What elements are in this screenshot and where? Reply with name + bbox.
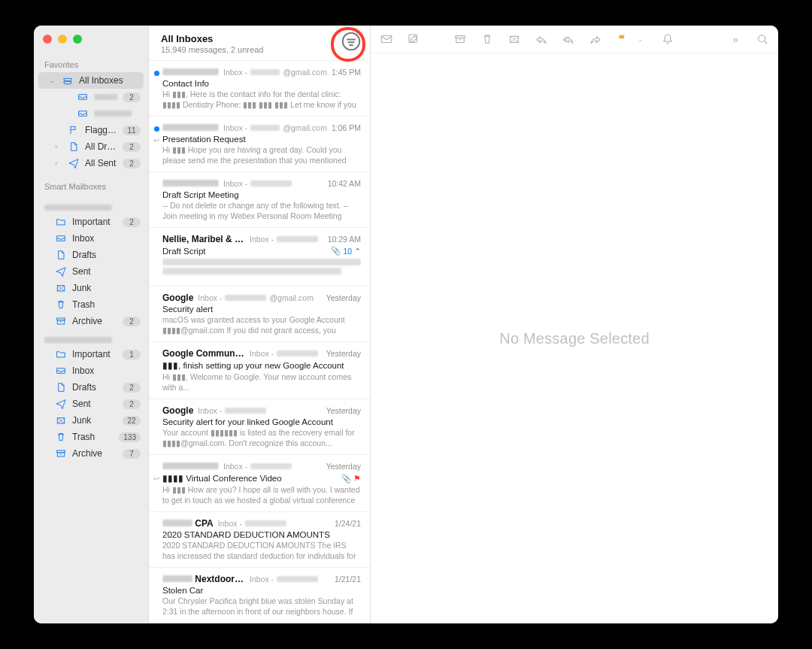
bell-icon [661, 32, 674, 46]
count-badge: 2 [123, 159, 141, 168]
sidebar-item-all-inboxes[interactable]: ⌄All Inboxes [38, 72, 144, 89]
message-mailbox: Inbox - [250, 349, 322, 358]
sidebar-item-label: Important [72, 217, 117, 227]
sidebar-item-acct-a-archive[interactable]: Archive2 [34, 313, 148, 329]
inbox-stack-icon [62, 74, 74, 86]
message-subject: Draft Script📎10 ⌃ [162, 246, 361, 256]
sidebar-item-acct-a-trash[interactable]: Trash [34, 296, 148, 313]
archive-button[interactable] [453, 32, 467, 46]
favorites-section: Favorites ⌄All Inboxes @g...2Flagged11›A… [34, 53, 148, 174]
svg-rect-2 [57, 320, 64, 324]
message-sender: CPA [162, 518, 214, 529]
sidebar-item-acct-b-trash[interactable]: Trash133 [34, 429, 148, 445]
message-sender [162, 67, 219, 77]
envelope-icon [380, 32, 393, 46]
chevron-down-icon: ⌄ [49, 77, 56, 84]
message-row[interactable]: CPAInbox - 1/24/212020 STANDARD DEDUCTIO… [149, 512, 370, 568]
message-preview: Your account ▮▮▮▮▮▮ is listed as the rec… [162, 427, 361, 448]
message-preview: -- Do not delete or change any of the fo… [162, 200, 361, 221]
sidebar-item-label: All Sent [85, 158, 117, 168]
reply-all-icon [562, 32, 575, 46]
account-header-acct-b[interactable] [34, 329, 148, 346]
sidebar-item-acct-b-junk[interactable]: Junk22 [34, 412, 148, 429]
sidebar-item-acct-a-inbox[interactable]: Inbox [34, 230, 148, 247]
sidebar-item-label: Archive [72, 448, 117, 459]
sidebar-item-acct2[interactable] [34, 105, 148, 122]
sidebar-item-acct-a-junk[interactable]: Junk [34, 280, 148, 296]
message-row[interactable]: Inbox - 10:42 AMDraft Script Meeting-- D… [149, 172, 370, 228]
sidebar-item-acct1[interactable]: @g...2 [34, 89, 148, 105]
message-row[interactable]: ↩Inbox - @gmail.com1:06 PMPresentation R… [149, 117, 370, 172]
folder-icon [55, 216, 67, 228]
count-badge: 2 [123, 383, 141, 393]
inbox-icon [77, 108, 89, 120]
archive-icon [55, 315, 67, 327]
junk-icon [508, 32, 521, 46]
message-preview [162, 256, 361, 280]
flag-menu-chevron[interactable]: ⌄ [634, 32, 647, 46]
message-mailbox: Inbox - @gmail.com [223, 68, 327, 77]
forward-icon [589, 32, 602, 46]
sidebar-item-all-drafts[interactable]: ›All Drafts2 [34, 138, 148, 155]
reply-all-button[interactable] [562, 32, 575, 46]
sidebar-item-acct-b-archive[interactable]: Archive7 [34, 445, 148, 462]
message-list[interactable]: Inbox - @gmail.com1:45 PMContact InfoHi … [149, 61, 370, 623]
account-header-acct-a[interactable] [34, 197, 148, 214]
message-preview: 2020 STANDARD DEDUCTION AMOUNTS The IRS … [162, 540, 361, 561]
zoom-window-button[interactable] [73, 35, 82, 44]
message-subject: Security alert [162, 305, 361, 314]
message-subject: 2020 STANDARD DEDUCTION AMOUNTS [162, 530, 361, 539]
inbox-icon [55, 365, 67, 377]
message-preview: macOS was granted access to your Google … [162, 314, 361, 335]
sidebar-item-label: Drafts [72, 382, 117, 393]
sidebar-item-acct-b-sent[interactable]: Sent2 [34, 396, 148, 412]
sidebar-item-label: Junk [72, 283, 141, 293]
message-subject: Contact Info [162, 79, 361, 88]
attachment-icon: 📎 [341, 474, 351, 484]
message-row[interactable]: Google Community TeamInbox - Yesterday▮▮… [149, 342, 370, 399]
reply-icon [535, 32, 548, 46]
sidebar-item-acct-b-inbox[interactable]: Inbox [34, 362, 148, 379]
sidebar-item-all-sent[interactable]: ›All Sent2 [34, 155, 148, 171]
count-badge: 2 [123, 399, 141, 409]
flag-icon [68, 124, 80, 136]
message-row[interactable]: ↩Inbox - Yesterday▮▮▮▮ Virtual Conferenc… [149, 455, 370, 512]
message-row[interactable]: GoogleInbox - YesterdaySecurity alert fo… [149, 399, 370, 455]
sidebar-item-acct-b-important[interactable]: Important1 [34, 346, 148, 362]
sidebar-item-acct-b-drafts[interactable]: Drafts2 [34, 379, 148, 396]
junk-button[interactable] [508, 32, 521, 46]
chevron-double-right-icon: » [732, 34, 738, 45]
mute-button[interactable] [661, 32, 674, 46]
sidebar-item-label: All Drafts [85, 141, 117, 152]
search-button[interactable] [756, 32, 769, 46]
message-row[interactable]: Inbox - @gmail.com1:45 PMContact InfoHi … [149, 61, 370, 117]
overflow-button[interactable]: » [729, 32, 742, 46]
flag-button[interactable] [616, 32, 629, 46]
message-preview: Hi ▮▮▮ Hope you are having a great day. … [162, 144, 361, 165]
svg-point-12 [759, 35, 765, 42]
message-subject: Stolen Car [162, 586, 361, 595]
svg-rect-10 [456, 38, 465, 43]
message-row[interactable]: GoogleInbox - @gmail.comYesterdaySecurit… [149, 287, 370, 342]
reply-button[interactable] [535, 32, 548, 46]
message-mailbox: Inbox - [223, 179, 323, 188]
svg-rect-5 [57, 453, 64, 456]
sidebar-item-acct-a-drafts[interactable]: Drafts [34, 247, 148, 263]
forward-button[interactable] [589, 32, 602, 46]
message-row[interactable]: Nellie, Maribel & ScottInbox - 10:29 AMD… [149, 228, 370, 287]
sidebar-item-flagged[interactable]: Flagged11 [34, 122, 148, 138]
message-time: Yesterday [326, 406, 361, 415]
message-sender [162, 178, 219, 189]
close-window-button[interactable] [43, 35, 52, 44]
count-badge: 2 [123, 217, 141, 227]
message-row[interactable]: Nextdoor ▮▮▮▮▮Inbox - 1/21/21Stolen CarO… [149, 568, 370, 623]
compose-button[interactable] [407, 32, 420, 46]
sidebar-item-acct-a-important[interactable]: Important2 [34, 214, 148, 230]
delete-button[interactable] [480, 32, 494, 46]
count-badge: 7 [123, 449, 141, 459]
new-mail-button[interactable] [380, 32, 393, 46]
sidebar-item-acct-a-sent[interactable]: Sent [34, 263, 148, 280]
sent-icon [55, 265, 67, 277]
folder-icon [55, 348, 67, 360]
minimize-window-button[interactable] [58, 35, 67, 44]
